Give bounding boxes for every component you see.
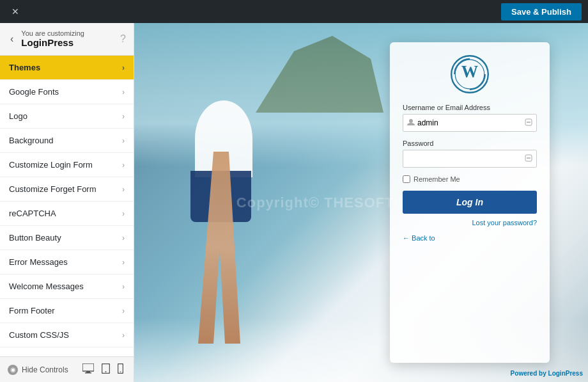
- svg-point-6: [120, 371, 121, 372]
- desktop-view-button[interactable]: [80, 362, 97, 377]
- nav-item-label-customize-login-form: Customize Login Form: [9, 160, 93, 170]
- password-input[interactable]: [407, 150, 525, 167]
- username-form-group: Username or Email Address: [403, 104, 537, 132]
- mobile-view-button[interactable]: [115, 362, 126, 377]
- login-card: W Username or Email Address: [390, 42, 550, 363]
- nav-item-recaptcha[interactable]: reCAPTCHA ›: [0, 202, 134, 226]
- nav-item-label-logo: Logo: [9, 111, 27, 121]
- chevron-icon-logo: ›: [122, 112, 125, 121]
- remember-me-checkbox[interactable]: [403, 175, 410, 183]
- sidebar-header-left: ‹ You are customizing LoginPress: [8, 29, 84, 49]
- nav-items: Themes › Google Fonts › Logo › Backgroun…: [0, 56, 134, 356]
- nav-item-background[interactable]: Background ›: [0, 129, 134, 153]
- sidebar-title-area: You are customizing LoginPress: [21, 29, 84, 49]
- wordpress-logo: W: [451, 55, 489, 93]
- chevron-icon-form-footer: ›: [122, 306, 125, 315]
- svg-rect-1: [86, 371, 90, 372]
- nav-item-welcome-messages[interactable]: Welcome Messages ›: [0, 275, 134, 299]
- sidebar-header: ‹ You are customizing LoginPress ?: [0, 23, 134, 56]
- site-title: LoginPress: [21, 37, 84, 49]
- tablet-view-button[interactable]: [99, 362, 112, 377]
- nav-item-error-messages[interactable]: Error Messages ›: [0, 250, 134, 275]
- remember-me-label: Remember Me: [414, 175, 460, 183]
- customizing-label: You are customizing: [21, 29, 84, 37]
- remember-me-group: Remember Me: [403, 175, 537, 183]
- nav-item-label-themes: Themes: [9, 63, 40, 72]
- nav-item-logo[interactable]: Logo ›: [0, 104, 134, 129]
- nav-item-label-background: Background: [9, 136, 53, 145]
- lost-password-link[interactable]: Lost your password?: [472, 219, 538, 227]
- svg-text:W: W: [461, 62, 478, 81]
- nav-item-label-recaptcha: reCAPTCHA: [9, 209, 56, 218]
- nav-item-label-customize-forget-form: Customize Forget Form: [9, 184, 97, 194]
- chevron-icon-error-messages: ›: [122, 258, 125, 267]
- chevron-icon-background: ›: [122, 136, 125, 145]
- svg-point-4: [105, 371, 107, 372]
- svg-rect-0: [82, 363, 94, 371]
- nav-item-customize-forget-form[interactable]: Customize Forget Form ›: [0, 177, 134, 202]
- nav-item-label-welcome-messages: Welcome Messages: [9, 282, 84, 291]
- nav-item-label-google-fonts: Google Fonts: [9, 87, 59, 97]
- chevron-icon-google-fonts: ›: [122, 88, 125, 97]
- device-icons: [80, 362, 126, 377]
- help-icon[interactable]: ?: [120, 33, 126, 45]
- login-button[interactable]: Log In: [403, 191, 537, 214]
- chevron-icon-welcome-messages: ›: [122, 282, 125, 291]
- nav-item-label-custom-css-js: Custom CSS/JS: [9, 330, 69, 340]
- nav-item-custom-css-js[interactable]: Custom CSS/JS ›: [0, 323, 134, 347]
- svg-point-10: [409, 119, 413, 123]
- nav-item-themes[interactable]: Themes ›: [0, 56, 134, 80]
- back-to-link[interactable]: ← Back to: [403, 234, 435, 242]
- user-icon: [407, 118, 415, 128]
- username-label: Username or Email Address: [403, 104, 537, 111]
- hide-controls-icon: ◉: [8, 365, 18, 375]
- nav-item-label-form-footer: Form Footer: [9, 306, 55, 315]
- nav-item-google-fonts[interactable]: Google Fonts ›: [0, 80, 134, 104]
- chevron-icon-customize-login-form: ›: [122, 161, 125, 170]
- username-clear-icon: [525, 118, 532, 128]
- hide-controls-button[interactable]: ◉ Hide Controls: [8, 365, 75, 375]
- powered-by-brand: LoginPress: [548, 370, 583, 377]
- close-button[interactable]: ✕: [6, 4, 24, 19]
- sidebar-bottom: ◉ Hide Controls: [0, 356, 134, 382]
- nav-item-label-button-beauty: Button Beauty: [9, 233, 61, 243]
- nav-item-form-footer[interactable]: Form Footer ›: [0, 299, 134, 323]
- top-bar: ✕ Save & Publish: [0, 0, 588, 23]
- chevron-icon-custom-css-js: ›: [122, 331, 125, 340]
- preview-area: Copyright© THESOFTWARE SHOP W Username o…: [134, 23, 588, 382]
- password-input-wrapper: [403, 150, 537, 168]
- back-button[interactable]: ‹: [8, 32, 16, 46]
- nav-item-customize-login-form[interactable]: Customize Login Form ›: [0, 153, 134, 177]
- nav-item-label-error-messages: Error Messages: [9, 257, 68, 267]
- password-label: Password: [403, 139, 537, 147]
- powered-by-label: Powered by: [511, 370, 546, 377]
- chevron-icon-recaptcha: ›: [122, 209, 125, 218]
- chevron-icon-themes: ›: [122, 63, 125, 72]
- chevron-icon-button-beauty: ›: [122, 234, 125, 243]
- save-publish-button[interactable]: Save & Publish: [501, 3, 582, 20]
- hide-controls-label: Hide Controls: [22, 365, 68, 374]
- svg-rect-2: [85, 372, 91, 374]
- username-input[interactable]: [415, 115, 525, 131]
- chevron-icon-customize-forget-form: ›: [122, 185, 125, 194]
- password-toggle-icon[interactable]: [525, 154, 532, 164]
- username-input-wrapper: [403, 114, 537, 132]
- nav-item-button-beauty[interactable]: Button Beauty ›: [0, 226, 134, 250]
- password-form-group: Password: [403, 139, 537, 168]
- sidebar: ‹ You are customizing LoginPress ? Theme…: [0, 23, 134, 382]
- powered-by: Powered by LoginPress: [511, 370, 583, 377]
- main-area: ‹ You are customizing LoginPress ? Theme…: [0, 23, 588, 382]
